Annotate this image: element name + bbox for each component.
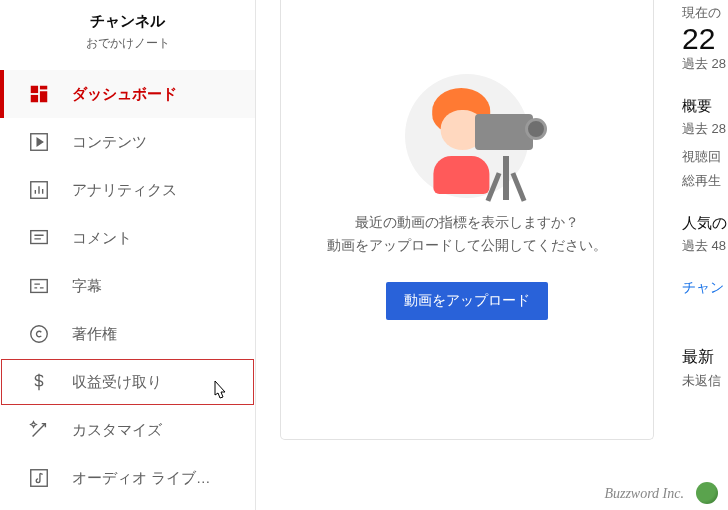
comments-icon bbox=[28, 227, 50, 249]
sidebar-item-label: コンテンツ bbox=[72, 133, 147, 152]
sidebar-item-analytics[interactable]: アナリティクス bbox=[0, 166, 255, 214]
camera-illustration bbox=[397, 72, 537, 200]
sidebar-item-label: コメント bbox=[72, 229, 132, 248]
dollar-icon bbox=[28, 371, 50, 393]
svg-rect-1 bbox=[40, 86, 47, 90]
svg-rect-2 bbox=[40, 91, 47, 102]
overview-block: 概要 過去 28 視聴回 総再生 bbox=[682, 97, 728, 190]
dashboard-icon bbox=[28, 83, 50, 105]
svg-rect-3 bbox=[31, 95, 38, 102]
views-label: 視聴回 bbox=[682, 148, 728, 166]
channel-name: おでかけノート bbox=[0, 35, 255, 52]
sidebar-item-comments[interactable]: コメント bbox=[0, 214, 255, 262]
wand-icon bbox=[28, 419, 50, 441]
sidebar-item-label: オーディオ ライブ… bbox=[72, 469, 211, 488]
sidebar-item-label: カスタマイズ bbox=[72, 421, 162, 440]
watch-label: 総再生 bbox=[682, 172, 728, 190]
upload-video-button[interactable]: 動画をアップロード bbox=[386, 282, 548, 320]
sidebar-item-content[interactable]: コンテンツ bbox=[0, 118, 255, 166]
channel-analytics-link[interactable]: チャン bbox=[682, 279, 728, 297]
sidebar-item-label: 字幕 bbox=[72, 277, 102, 296]
popular-period: 過去 48 bbox=[682, 237, 728, 255]
sidebar-item-audio-library[interactable]: オーディオ ライブ… bbox=[0, 454, 255, 502]
sidebar-nav: ダッシュボード コンテンツ アナリティクス コメント 字幕 bbox=[0, 70, 255, 502]
copyright-icon bbox=[28, 323, 50, 345]
avatar[interactable] bbox=[696, 482, 718, 504]
subtitles-icon bbox=[28, 275, 50, 297]
sidebar-item-subtitles[interactable]: 字幕 bbox=[0, 262, 255, 310]
news-label: 最新 bbox=[682, 347, 728, 368]
svg-point-8 bbox=[31, 326, 48, 343]
play-square-icon bbox=[28, 131, 50, 153]
news-block: 最新 未返信 bbox=[682, 347, 728, 390]
channel-label: チャンネル bbox=[0, 12, 255, 31]
subscriber-block: 現在の 22 過去 28 bbox=[682, 4, 728, 73]
stats-column: 現在の 22 過去 28 概要 過去 28 視聴回 総再生 人気の 過去 48 … bbox=[682, 4, 728, 414]
sidebar-item-customize[interactable]: カスタマイズ bbox=[0, 406, 255, 454]
upload-prompt-text: 最近の動画の指標を表示しますか？ 動画をアップロードして公開してください。 bbox=[327, 212, 607, 258]
subscribers-count: 22 bbox=[682, 22, 728, 55]
analytics-link-block[interactable]: チャン bbox=[682, 279, 728, 297]
prompt-line-1: 最近の動画の指標を表示しますか？ bbox=[327, 212, 607, 235]
news-sub: 未返信 bbox=[682, 372, 728, 390]
sidebar: チャンネル おでかけノート ダッシュボード コンテンツ アナリティクス bbox=[0, 0, 256, 510]
channel-header: チャンネル おでかけノート bbox=[0, 0, 255, 70]
analytics-icon bbox=[28, 179, 50, 201]
sidebar-item-monetization[interactable]: 収益受け取り bbox=[0, 358, 255, 406]
footer-brand: Buzzword Inc. bbox=[604, 486, 684, 502]
subscribers-period: 過去 28 bbox=[682, 55, 728, 73]
svg-rect-7 bbox=[31, 280, 48, 293]
svg-rect-6 bbox=[31, 231, 48, 244]
overview-label: 概要 bbox=[682, 97, 728, 116]
popular-label: 人気の bbox=[682, 214, 728, 233]
sidebar-item-label: 収益受け取り bbox=[72, 373, 162, 392]
popular-block: 人気の 過去 48 bbox=[682, 214, 728, 255]
sidebar-item-label: アナリティクス bbox=[72, 181, 177, 200]
sidebar-item-copyright[interactable]: 著作権 bbox=[0, 310, 255, 358]
svg-rect-0 bbox=[31, 86, 38, 93]
music-note-icon bbox=[28, 467, 50, 489]
upload-prompt-card: 最近の動画の指標を表示しますか？ 動画をアップロードして公開してください。 動画… bbox=[280, 0, 654, 440]
sidebar-item-label: 著作権 bbox=[72, 325, 117, 344]
subscribers-label: 現在の bbox=[682, 4, 728, 22]
prompt-line-2: 動画をアップロードして公開してください。 bbox=[327, 235, 607, 258]
overview-period: 過去 28 bbox=[682, 120, 728, 138]
sidebar-item-dashboard[interactable]: ダッシュボード bbox=[0, 70, 255, 118]
sidebar-item-label: ダッシュボード bbox=[72, 85, 177, 104]
svg-rect-9 bbox=[31, 470, 48, 487]
